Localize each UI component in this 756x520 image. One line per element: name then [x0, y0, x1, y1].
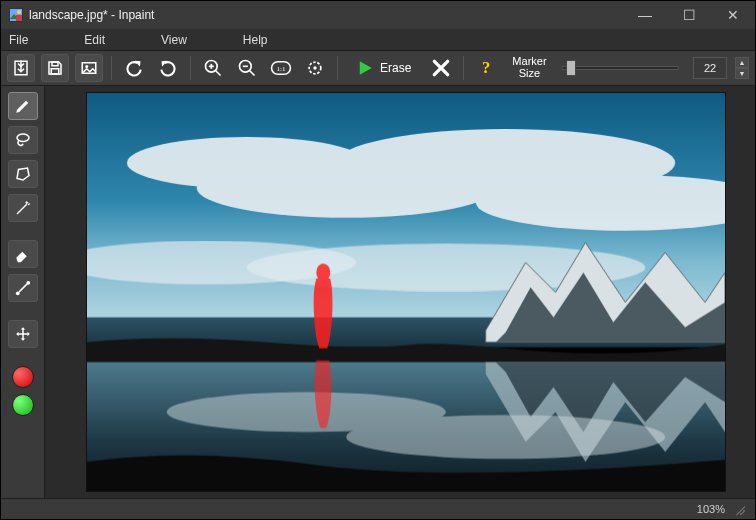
zoom-fit-button[interactable] — [301, 54, 329, 82]
svg-point-2 — [17, 10, 21, 14]
window-maximize-button[interactable]: ☐ — [667, 1, 711, 29]
titlebar[interactable]: landscape.jpg* - Inpaint — ☐ ✕ — [1, 1, 755, 29]
svg-line-24 — [18, 283, 26, 291]
svg-rect-5 — [52, 62, 58, 66]
svg-rect-6 — [51, 69, 59, 74]
cancel-x-icon — [431, 58, 451, 78]
cancel-button[interactable] — [427, 54, 455, 82]
polygon-tool-icon — [14, 165, 32, 183]
line-tool-button[interactable] — [8, 274, 38, 302]
polygon-tool-button[interactable] — [8, 160, 38, 188]
toolbar-separator — [190, 56, 191, 80]
maximize-icon: ☐ — [683, 7, 696, 23]
help-question-icon: ? — [477, 58, 495, 78]
menu-edit[interactable]: Edit — [80, 31, 109, 49]
svg-line-14 — [250, 70, 255, 75]
marker-tool-button[interactable] — [8, 92, 38, 120]
toolbar-separator — [111, 56, 112, 80]
svg-text:1:1: 1:1 — [276, 65, 285, 73]
redo-icon — [158, 58, 178, 78]
menubar: File Edit View Help — [1, 29, 755, 50]
zoom-out-icon — [237, 58, 257, 78]
menu-help[interactable]: Help — [239, 31, 272, 49]
toolbar: 1:1 Erase ? Marker Size 22 ▲ ▼ — [1, 50, 755, 85]
spinner-down[interactable]: ▼ — [735, 68, 749, 79]
main-area — [1, 86, 755, 498]
svg-rect-3 — [16, 15, 22, 21]
magic-wand-tool-icon — [14, 199, 32, 217]
zoom-out-button[interactable] — [233, 54, 261, 82]
marker-size-value[interactable]: 22 — [693, 57, 727, 79]
zoom-in-icon — [203, 58, 223, 78]
lasso-tool-button[interactable] — [8, 126, 38, 154]
zoom-fit-icon — [305, 58, 325, 78]
move-tool-button[interactable] — [8, 320, 38, 348]
menu-file[interactable]: File — [5, 31, 32, 49]
marker-size-label: Marker Size — [512, 56, 546, 79]
lasso-tool-icon — [14, 131, 32, 149]
magic-wand-tool-button[interactable] — [8, 194, 38, 222]
erase-button[interactable]: Erase — [346, 54, 421, 82]
svg-point-21 — [17, 134, 29, 142]
move-tool-icon — [14, 325, 32, 343]
statusbar: 103% — [1, 498, 755, 519]
window-minimize-button[interactable]: — — [623, 1, 667, 29]
svg-text:?: ? — [482, 58, 490, 77]
line-tool-icon — [14, 279, 32, 297]
zoom-in-button[interactable] — [199, 54, 227, 82]
landscape-photo — [87, 93, 725, 492]
svg-point-19 — [313, 66, 316, 69]
eraser-tool-button[interactable] — [8, 240, 38, 268]
eraser-tool-icon — [14, 245, 32, 263]
open-icon — [12, 59, 30, 77]
tool-sidebar — [1, 86, 45, 498]
image-canvas[interactable] — [86, 92, 726, 492]
app-icon — [9, 8, 23, 22]
menu-view[interactable]: View — [157, 31, 191, 49]
help-button[interactable]: ? — [472, 54, 500, 82]
marker-tool-icon — [14, 97, 32, 115]
slider-thumb[interactable] — [566, 60, 576, 76]
close-icon: ✕ — [727, 7, 739, 23]
zoom-1to1-icon: 1:1 — [270, 58, 292, 78]
zoom-1to1-button[interactable]: 1:1 — [267, 54, 295, 82]
svg-point-8 — [85, 65, 88, 68]
zoom-level: 103% — [697, 503, 725, 515]
marker-color-red[interactable] — [12, 366, 34, 388]
minimize-icon: — — [638, 7, 652, 23]
marker-size-slider[interactable] — [561, 66, 679, 70]
toolbar-separator — [463, 56, 464, 80]
erase-label: Erase — [380, 61, 411, 75]
window-title: landscape.jpg* - Inpaint — [29, 8, 154, 22]
save-button[interactable] — [41, 54, 69, 82]
marker-color-green[interactable] — [12, 394, 34, 416]
window-close-button[interactable]: ✕ — [711, 1, 755, 29]
toolbar-separator — [337, 56, 338, 80]
resize-grip[interactable] — [733, 503, 745, 515]
svg-line-10 — [216, 70, 221, 75]
undo-icon — [124, 58, 144, 78]
redo-button[interactable] — [154, 54, 182, 82]
open-button[interactable] — [7, 54, 35, 82]
svg-point-35 — [346, 415, 665, 459]
save-as-icon — [80, 59, 98, 77]
canvas-wrap — [45, 86, 755, 498]
marker-size-spinner: ▲ ▼ — [735, 57, 749, 79]
save-as-button[interactable] — [75, 54, 103, 82]
play-icon — [356, 59, 374, 77]
undo-button[interactable] — [120, 54, 148, 82]
save-icon — [46, 59, 64, 77]
spinner-up[interactable]: ▲ — [735, 57, 749, 68]
